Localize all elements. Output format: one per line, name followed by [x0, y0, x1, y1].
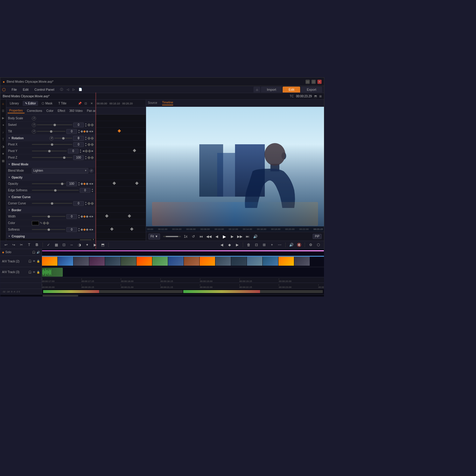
softness-stepper[interactable]: ▲▼ — [78, 227, 80, 232]
pivot-z-kf2[interactable] — [90, 156, 94, 159]
tilt-kf-next[interactable] — [86, 130, 88, 132]
maximize-button[interactable]: □ — [311, 80, 316, 84]
subtab-properties[interactable]: Properties — [7, 108, 25, 113]
sidebar-music-icon[interactable]: ♪ — [1, 129, 6, 135]
opacity-kf-prev[interactable] — [81, 182, 83, 185]
av3-lock[interactable]: 🔒 — [37, 271, 40, 274]
clip-5[interactable] — [105, 257, 120, 266]
loop-btn[interactable]: ↺ — [190, 234, 196, 239]
clip-17[interactable] — [294, 257, 310, 266]
clip-13[interactable] — [231, 257, 247, 266]
viewer-tab-source[interactable]: Source — [148, 101, 157, 105]
av3-content[interactable] — [42, 267, 324, 277]
clip-15[interactable] — [263, 257, 278, 266]
settings-icon[interactable]: ⊞ — [319, 95, 322, 98]
nav-home[interactable]: ⌂ — [253, 87, 260, 93]
av3-eye[interactable]: 👁 — [33, 271, 35, 274]
width-kf-prev[interactable] — [81, 215, 83, 217]
swivel-slider[interactable] — [37, 124, 72, 125]
softness-kf-prev[interactable] — [81, 228, 83, 231]
width-nav-next[interactable]: ▶ — [92, 215, 93, 218]
edge-softness-value[interactable]: 0 — [80, 188, 90, 193]
tb-mute[interactable]: 🔇 — [296, 242, 302, 248]
tab-title[interactable]: T Title — [56, 101, 69, 106]
tb-check-icon[interactable]: ✓ — [45, 242, 52, 248]
solo-headphones[interactable]: 🎧 — [32, 251, 35, 254]
pivot-y-kf2[interactable] — [88, 149, 91, 153]
corner-curve-kf2[interactable] — [90, 202, 94, 205]
tb-snap[interactable]: ⊞ — [261, 242, 267, 248]
expand-icon[interactable]: ⊡ — [83, 101, 88, 106]
tb-settings[interactable]: ⚙ — [307, 242, 314, 248]
sidebar-color-icon[interactable]: ◑ — [1, 144, 6, 149]
blend-mode-dropdown[interactable]: Lighten ▼ — [32, 168, 88, 173]
opacity-kf-add[interactable] — [83, 182, 86, 185]
tb-ungroup[interactable]: ⊡ — [253, 242, 260, 248]
corner-curve-arrow[interactable]: ▼ — [8, 196, 10, 198]
tilt-kf-prev[interactable] — [81, 130, 83, 132]
rotation-kf2[interactable] — [90, 137, 94, 140]
scroll-down-btn[interactable]: ▼ — [92, 238, 95, 241]
rotation-dial[interactable]: ↺ — [49, 136, 54, 140]
vol-slider-area[interactable] — [163, 236, 181, 237]
clip-8[interactable] — [152, 257, 168, 266]
tb-bold-icon[interactable]: B — [34, 242, 40, 248]
pivot-y-next[interactable]: ▶ — [92, 150, 93, 152]
pivot-y-nav[interactable]: ◀ — [82, 150, 84, 152]
nav-export[interactable]: Export — [301, 87, 322, 93]
clip-4[interactable] — [89, 257, 105, 266]
clip-12[interactable] — [215, 257, 231, 266]
softness-nav-prev[interactable]: ◀ — [89, 228, 91, 231]
corner-curve-value[interactable]: 0 — [73, 201, 84, 206]
pin-icon[interactable]: 📌 — [77, 101, 82, 106]
tilt-stepper[interactable]: ▲▼ — [78, 129, 80, 134]
sidebar-search-icon[interactable]: ☰ — [1, 108, 6, 113]
av2-eye[interactable]: 👁 — [33, 260, 35, 263]
color-kf2[interactable] — [46, 221, 49, 225]
tb-kf-add[interactable]: ◆ — [226, 242, 233, 248]
tab-library[interactable]: Library — [7, 101, 21, 106]
play-btn[interactable]: ▶ — [221, 234, 227, 239]
border-arrow[interactable]: ▼ — [8, 209, 10, 212]
width-slider[interactable] — [32, 216, 65, 217]
export-icon[interactable]: ⬒ — [314, 95, 317, 98]
opacity-nav-next[interactable]: ▶ — [92, 182, 93, 185]
subtab-panzoom[interactable]: Pan and Zoom — [85, 109, 95, 113]
tb-text-icon[interactable]: T — [26, 242, 32, 248]
pivot-x-value[interactable]: 0 — [73, 142, 84, 147]
prev-btn[interactable]: ◀ — [214, 234, 220, 239]
corner-curve-stepper[interactable]: ▲▼ — [85, 201, 87, 206]
av2-headphones[interactable]: 🎧 — [28, 260, 32, 263]
tilt-nav-next[interactable]: ▶ — [92, 130, 93, 133]
color-picker-icon[interactable]: ✎ — [40, 221, 42, 225]
pivot-y-stepper[interactable]: ▲▼ — [79, 149, 82, 154]
clip-10[interactable] — [184, 257, 199, 266]
blend-mode-reset[interactable]: ↺ — [89, 169, 93, 173]
width-nav-prev[interactable]: ◀ — [89, 215, 91, 218]
tab-mask[interactable]: ⬡ Mask — [39, 101, 55, 106]
pip-button[interactable]: PiP — [313, 234, 322, 239]
av2-content[interactable] — [42, 256, 324, 267]
tb-replace-icon[interactable]: ↔ — [68, 242, 75, 248]
rotation-arrow[interactable]: ▼ — [8, 137, 10, 140]
pivot-x-stepper[interactable]: ▲▼ — [85, 142, 87, 147]
next-frame-btn[interactable]: ▶▶ — [237, 234, 243, 239]
pivot-z-stepper[interactable]: ▲▼ — [85, 155, 87, 160]
next-btn[interactable]: ▶ — [229, 234, 235, 239]
pivot-z-slider[interactable] — [32, 157, 72, 158]
menu-control-panel[interactable]: Control Panel — [33, 88, 56, 91]
nav-import[interactable]: Import — [261, 87, 282, 93]
sidebar-media-icon[interactable]: ▶ — [1, 115, 6, 120]
clip-11[interactable] — [200, 257, 215, 266]
softness-kf-add[interactable] — [83, 228, 86, 231]
subtab-effect[interactable]: Effect — [56, 109, 67, 113]
width-kf-next[interactable] — [86, 215, 88, 217]
width-value[interactable]: 0 — [66, 214, 77, 219]
swivel-kf2[interactable] — [90, 123, 94, 126]
clip-3[interactable] — [73, 257, 89, 266]
softness-slider[interactable] — [32, 229, 65, 230]
swivel-stepper[interactable]: ▲▼ — [85, 123, 87, 127]
opacity-nav-prev[interactable]: ◀ — [89, 182, 91, 185]
scrollbar-thumb[interactable] — [43, 295, 78, 297]
clip-14[interactable] — [247, 257, 262, 266]
